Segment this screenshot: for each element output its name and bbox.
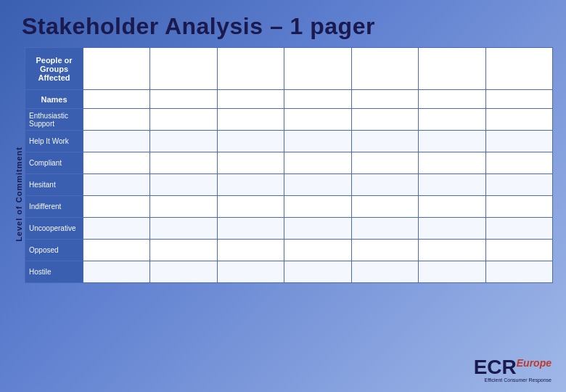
commitment-data-cell [217, 109, 284, 131]
commitment-data-cell [351, 109, 418, 131]
commitment-label-1: Help It Work [25, 131, 83, 152]
data-cell [419, 48, 485, 90]
commitment-data-cell [217, 152, 284, 174]
commitment-data-cell [83, 174, 150, 196]
title-area: Stakeholder Analysis – 1 pager [0, 0, 566, 47]
commitment-data-cell [150, 109, 217, 131]
data-cell [419, 90, 485, 109]
commitment-data-cell [217, 196, 284, 218]
commitment-data-cell [485, 261, 552, 283]
row-commitment-4: Indifferent [25, 196, 553, 218]
data-cell [150, 48, 217, 90]
commitment-data-cell [83, 152, 150, 174]
commitment-label-2: Compliant [25, 152, 83, 174]
commitment-data-cell [150, 261, 217, 283]
commitment-data-cell [485, 152, 552, 174]
level-label-container: Level of Commitment [13, 105, 25, 283]
row-people-groups: People orGroupsAffected [25, 48, 553, 90]
commitment-data-cell [284, 261, 351, 283]
commitment-data-cell [351, 174, 418, 196]
commitment-data-cell [284, 218, 351, 240]
commitment-data-cell [217, 240, 284, 261]
data-cell [83, 90, 150, 109]
commitment-data-cell [485, 174, 552, 196]
commitment-data-cell [217, 131, 284, 152]
commitment-data-cell [83, 240, 150, 261]
commitment-label-0: Enthusiastic Support [25, 109, 83, 131]
commitment-data-cell [150, 152, 217, 174]
row-commitment-5: Uncooperative [25, 218, 553, 240]
page-title: Stakeholder Analysis – 1 pager [22, 13, 544, 40]
commitment-data-cell [351, 196, 418, 218]
ecr-main-text: ECREurope [474, 357, 551, 377]
row-commitment-1: Help It Work [25, 131, 553, 152]
page-container: Stakeholder Analysis – 1 pager Level of … [0, 0, 566, 392]
commitment-data-cell [485, 109, 552, 131]
commitment-data-cell [351, 240, 418, 261]
commitment-data-cell [150, 218, 217, 240]
commitment-data-cell [419, 174, 485, 196]
commitment-data-cell [419, 131, 485, 152]
commitment-data-cell [284, 131, 351, 152]
commitment-data-cell [419, 152, 485, 174]
ecr-subtext: Efficient Consumer Response [485, 377, 551, 383]
commitment-data-cell [351, 152, 418, 174]
row-commitment-6: Opposed [25, 240, 553, 261]
data-cell [485, 90, 552, 109]
row-commitment-7: Hostile [25, 261, 553, 283]
commitment-data-cell [284, 240, 351, 261]
commitment-data-cell [485, 218, 552, 240]
commitment-data-cell [83, 131, 150, 152]
commitment-data-cell [83, 218, 150, 240]
commitment-data-cell [419, 196, 485, 218]
table-wrapper: Level of Commitment People orGroupsAffec… [13, 47, 553, 283]
data-cell [485, 48, 552, 90]
people-groups-label: People orGroupsAffected [25, 48, 83, 90]
commitment-data-cell [351, 261, 418, 283]
row-commitment-2: Compliant [25, 152, 553, 174]
commitment-data-cell [217, 218, 284, 240]
commitment-data-cell [351, 218, 418, 240]
commitment-data-cell [485, 240, 552, 261]
commitment-data-cell [284, 196, 351, 218]
commitment-data-cell [485, 131, 552, 152]
commitment-data-cell [485, 196, 552, 218]
commitment-data-cell [83, 196, 150, 218]
commitment-data-cell [150, 240, 217, 261]
commitment-label-3: Hesitant [25, 174, 83, 196]
commitment-data-cell [83, 261, 150, 283]
data-cell [150, 90, 217, 109]
commitment-label-4: Indifferent [25, 196, 83, 218]
commitment-data-cell [150, 196, 217, 218]
data-cell [351, 90, 418, 109]
commitment-label-7: Hostile [25, 261, 83, 283]
commitment-data-cell [419, 240, 485, 261]
commitment-data-cell [284, 174, 351, 196]
ecr-logo: ECREurope Efficient Consumer Response [474, 357, 551, 383]
commitment-data-cell [217, 261, 284, 283]
commitment-data-cell [419, 109, 485, 131]
commitment-data-cell [284, 152, 351, 174]
analysis-table: People orGroupsAffected Names [25, 47, 553, 283]
grid-container: People orGroupsAffected Names [25, 47, 553, 283]
commitment-data-cell [150, 131, 217, 152]
commitment-data-cell [284, 109, 351, 131]
row-commitment-3: Hesitant [25, 174, 553, 196]
commitment-data-cell [217, 174, 284, 196]
data-cell [83, 48, 150, 90]
row-names: Names [25, 90, 553, 109]
commitment-data-cell [419, 218, 485, 240]
commitment-data-cell [351, 131, 418, 152]
commitment-label-5: Uncooperative [25, 218, 83, 240]
commitment-data-cell [419, 261, 485, 283]
data-cell [284, 48, 351, 90]
commitment-data-cell [83, 109, 150, 131]
data-cell [351, 48, 418, 90]
data-cell [284, 90, 351, 109]
level-label: Level of Commitment [15, 147, 23, 242]
data-cell [217, 48, 284, 90]
names-label: Names [25, 90, 83, 109]
commitment-label-6: Opposed [25, 240, 83, 261]
ecr-letters: ECR [474, 356, 517, 378]
commitment-data-cell [150, 174, 217, 196]
